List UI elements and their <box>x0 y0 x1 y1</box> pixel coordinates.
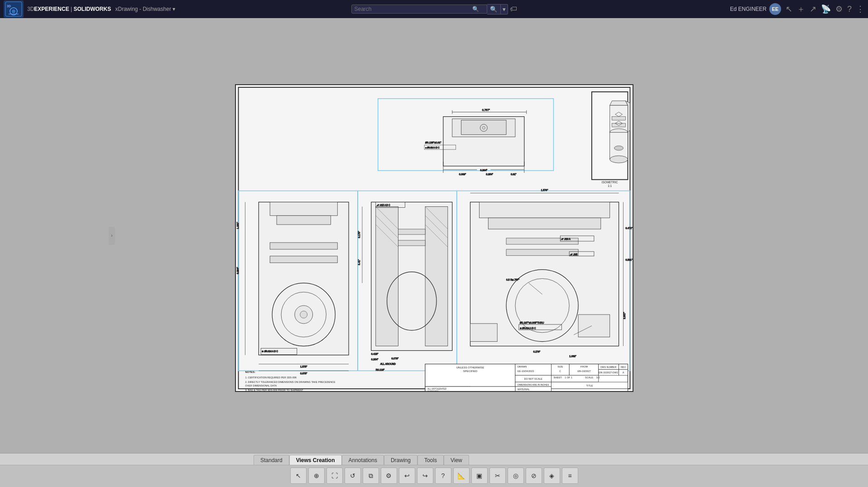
svg-rect-77 <box>470 323 497 341</box>
svg-point-3 <box>12 10 15 13</box>
plus-icon[interactable]: ＋ <box>797 4 805 14</box>
svg-rect-104 <box>612 123 625 127</box>
svg-text:EIN-1920027-DWG: EIN-1920027-DWG <box>599 372 618 374</box>
3d-view-button[interactable]: ◈ <box>544 468 560 484</box>
bottom-area: Standard Views Creation Annotations Draw… <box>0 453 868 487</box>
svg-text:1 OF 1: 1 OF 1 <box>565 376 572 379</box>
measure-button[interactable]: 📐 <box>453 468 470 484</box>
svg-text:C: C <box>559 370 561 372</box>
search-input[interactable] <box>355 6 472 12</box>
svg-rect-30 <box>270 242 337 249</box>
svg-text:0.078": 0.078" <box>300 372 307 375</box>
crop-button[interactable]: ✂ <box>489 468 506 484</box>
help-icon[interactable]: ? <box>847 5 852 14</box>
svg-rect-152 <box>551 389 628 391</box>
svg-text:0.175": 0.175" <box>357 231 360 238</box>
tab-annotations[interactable]: Annotations <box>342 455 384 465</box>
svg-text:⊕ Ø0.014 A B C: ⊕ Ø0.014 A B C <box>425 147 440 149</box>
tab-view[interactable]: View <box>444 455 469 465</box>
tab-standard[interactable]: Standard <box>254 455 289 465</box>
tools-icon[interactable]: ⚙ <box>835 4 843 14</box>
svg-rect-48 <box>425 206 448 346</box>
redo-button[interactable]: ↪ <box>417 468 433 484</box>
svg-text:1.575": 1.575" <box>300 365 307 368</box>
svg-text:ALL AROUND: ALL AROUND <box>380 363 395 365</box>
detail-button[interactable]: ◎ <box>508 468 524 484</box>
svg-text:⌭ .005: ⌭ .005 <box>570 253 577 255</box>
cursor-icon[interactable]: ↖ <box>786 4 792 14</box>
svg-text:⊕ Ø0.014 A B C: ⊕ Ø0.014 A B C <box>262 350 278 353</box>
tab-tools[interactable]: Tools <box>417 455 444 465</box>
svg-text:0.079": 0.079" <box>391 357 398 360</box>
svg-rect-47 <box>375 206 398 346</box>
svg-rect-76 <box>578 315 610 337</box>
svg-rect-56 <box>398 240 425 245</box>
svg-text:DRAWN: DRAWN <box>517 365 526 368</box>
svg-text:0.069": 0.069" <box>459 172 466 175</box>
chart-button[interactable]: ≡ <box>562 468 578 484</box>
svg-text:EIN-1920027: EIN-1920027 <box>577 370 591 372</box>
svg-text:0.394": 0.394" <box>236 267 239 274</box>
svg-text:ISOMETRIC: ISOMETRIC <box>601 180 618 183</box>
user-info[interactable]: Ed ENGINEER EE <box>730 3 781 15</box>
search-bar: 🔍 🔍 ▾ 🏷 <box>351 4 517 14</box>
bookmark-icon[interactable]: 🏷 <box>510 5 517 13</box>
refresh-button[interactable]: ↺ <box>345 468 361 484</box>
broadcast-icon[interactable]: 📡 <box>821 4 831 14</box>
svg-rect-73 <box>506 249 578 255</box>
share-icon[interactable]: ↗ <box>810 4 816 14</box>
svg-text:DO NOT SCALE: DO NOT SCALE <box>524 377 542 380</box>
zoom-area-button[interactable]: ⊕ <box>308 468 325 484</box>
break-button[interactable]: ⊘ <box>526 468 542 484</box>
settings-button[interactable]: ⚙ <box>381 468 397 484</box>
svg-text:0.354": 0.354" <box>371 358 378 361</box>
svg-text:⊕ Ø0.014 A B C: ⊕ Ø0.014 A B C <box>519 327 536 329</box>
svg-text:Ø0.138"±0.01": Ø0.138"±0.01" <box>425 141 441 144</box>
search-input-wrapper: 🔍 <box>351 5 487 14</box>
app-logo[interactable]: 3D <box>4 0 24 18</box>
select-tool-button[interactable]: ↖ <box>290 468 307 484</box>
svg-text:0.5 Rø.787": 0.5 Rø.787" <box>506 278 519 281</box>
help-button[interactable]: ? <box>435 468 451 484</box>
search-button[interactable]: 🔍 <box>487 4 501 14</box>
svg-text:SHEET:: SHEET: <box>553 376 562 379</box>
svg-text:3. BAG & TAG PER 3DS-009 PRIOR: 3. BAG & TAG PER 3DS-009 PRIOR TO SHIPME… <box>245 389 303 391</box>
drawing-area: › 0.787" <box>0 18 868 453</box>
svg-text:1.063": 1.063" <box>569 355 576 358</box>
svg-text:UNLESS OTHERWISE: UNLESS OTHERWISE <box>456 366 484 369</box>
svg-text:1.181": 1.181" <box>236 222 239 229</box>
svg-rect-103 <box>612 116 625 120</box>
svg-rect-29 <box>277 215 331 224</box>
panel-collapse-tab[interactable]: › <box>109 227 115 245</box>
tab-drawing[interactable]: Drawing <box>384 455 417 465</box>
svg-text:FROM: FROM <box>580 365 588 368</box>
topbar: 3D 3DEXPERIENCE | SOLIDWORKS xDrawing - … <box>0 0 868 18</box>
more-icon[interactable]: ⋮ <box>856 4 864 14</box>
svg-text:MATERIAL: MATERIAL <box>517 388 529 391</box>
svg-text:⌭ .015 A B C: ⌭ .015 A B C <box>376 204 390 206</box>
svg-text:ALL UNTOLERATED: ALL UNTOLERATED <box>427 388 447 390</box>
svg-text:1. CERTIFICATION REQUIRED PER : 1. CERTIFICATION REQUIRED PER 3DS-006 <box>245 376 296 379</box>
undo-button[interactable]: ↩ <box>399 468 415 484</box>
svg-rect-55 <box>398 229 425 234</box>
drawing-sheet: 0.787" Ø0.138"±0.01" ⊕ Ø0.014 A B C <box>235 84 633 392</box>
svg-text:0.354": 0.354" <box>486 172 493 175</box>
svg-text:⌭ .010 A: ⌭ .010 A <box>561 238 571 240</box>
svg-text:0.787": 0.787" <box>482 108 489 111</box>
svg-text:SIZE: SIZE <box>557 365 563 368</box>
topbar-right: Ed ENGINEER EE ↖ ＋ ↗ 📡 ⚙ ? ⋮ <box>730 3 864 15</box>
svg-text:1:1: 1:1 <box>608 184 612 187</box>
drawing-svg: 0.787" Ø0.138"±0.01" ⊕ Ø0.014 A B C <box>236 85 633 391</box>
svg-text:0.472": 0.472" <box>625 227 633 229</box>
add-view-button[interactable]: ▣ <box>471 468 488 484</box>
section-view-button[interactable]: ⧉ <box>363 468 379 484</box>
zoom-fit-button[interactable]: ⛶ <box>326 468 343 484</box>
search-dropdown[interactable]: ▾ <box>501 4 508 14</box>
tab-views-creation[interactable]: Views Creation <box>289 455 342 465</box>
svg-text:OVER DIMENSIONAL DATA: OVER DIMENSIONAL DATA <box>245 384 277 387</box>
dropdown-arrow[interactable]: ▾ <box>173 6 175 12</box>
svg-text:SCALE:: SCALE: <box>585 376 594 379</box>
svg-rect-12 <box>461 120 506 134</box>
svg-text:3D: 3D <box>7 5 11 8</box>
toolbar-icons: ↖ ⊕ ⛶ ↺ ⧉ ⚙ ↩ ↪ ? 📐 ▣ ✂ ◎ ⊘ ◈ ≡ <box>0 465 868 486</box>
